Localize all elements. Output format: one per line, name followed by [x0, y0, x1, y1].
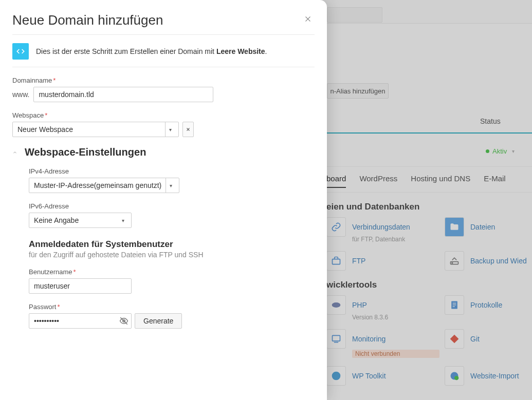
modal-title: Neue Domain hinzufügen — [12, 12, 315, 28]
credentials-heading: Anmeldedaten für Systembenutzer — [29, 239, 315, 250]
required-mark: * — [53, 77, 56, 84]
webspace-label: Webspace* — [12, 111, 315, 119]
webspace-context-button[interactable] — [182, 122, 194, 137]
webspace-select[interactable]: Neuer Webspace ▾ — [12, 122, 179, 137]
ipv6-select[interactable]: Keine Angabe ▾ — [29, 213, 132, 228]
chevron-up-icon — [12, 150, 17, 155]
webspace-settings-body: IPv4-Adresse Muster-IP-Adresse(gemeinsam… — [29, 167, 315, 329]
info-pre: Dies ist der erste Schritt zum Erstellen… — [36, 47, 216, 55]
field-domainname: Domainname* www. — [12, 77, 315, 102]
credentials-desc: für den Zugriff auf gehostete Dateien vi… — [29, 251, 315, 259]
info-text: Dies ist der erste Schritt zum Erstellen… — [36, 47, 267, 55]
ipv6-label: IPv6-Adresse — [29, 202, 315, 210]
ipv4-select[interactable]: Muster-IP-Adresse(gemeinsam genutzt) ▾ — [29, 178, 179, 193]
username-label: Benutzername* — [29, 268, 315, 276]
username-input[interactable] — [29, 278, 132, 294]
field-ipv4: IPv4-Adresse Muster-IP-Adresse(gemeinsam… — [29, 167, 315, 193]
required-mark: * — [57, 303, 60, 311]
ipv4-select-value: Muster-IP-Adresse(gemeinsam genutzt) — [34, 181, 161, 189]
required-mark: * — [45, 111, 47, 119]
password-input[interactable] — [29, 313, 132, 329]
add-domain-modal: Neue Domain hinzufügen Dies ist der erst… — [0, 0, 327, 400]
generate-button[interactable]: Generate — [135, 313, 182, 329]
required-mark: * — [74, 268, 76, 276]
info-post: . — [265, 47, 267, 55]
chevron-down-icon: ▾ — [169, 127, 172, 132]
domain-label: Domainname* — [12, 77, 315, 84]
field-password: Passwort* Generate — [29, 303, 315, 329]
webspace-settings-heading: Webspace-Einstellungen — [25, 146, 146, 158]
field-webspace: Webspace* Neuer Webspace ▾ — [12, 111, 315, 137]
close-icon[interactable] — [303, 14, 313, 24]
domain-input[interactable] — [33, 87, 213, 102]
ipv6-select-value: Keine Angabe — [34, 216, 79, 224]
password-label: Passwort* — [29, 303, 315, 311]
chevron-down-icon: ▾ — [122, 218, 124, 223]
code-icon — [12, 43, 29, 60]
field-username: Benutzername* — [29, 268, 315, 294]
info-bold: Leere Website — [216, 47, 265, 55]
divider — [12, 34, 315, 35]
chevron-down-icon: ▾ — [170, 183, 172, 188]
webspace-select-value: Neuer Webspace — [17, 125, 73, 134]
ipv4-label: IPv4-Adresse — [29, 167, 315, 175]
domain-prefix: www. — [12, 90, 29, 99]
field-ipv6: IPv6-Adresse Keine Angabe ▾ — [29, 202, 315, 228]
eye-off-icon[interactable] — [119, 316, 129, 326]
divider — [12, 67, 315, 67]
webspace-settings-toggle[interactable]: Webspace-Einstellungen — [12, 146, 315, 158]
info-banner: Dies ist der erste Schritt zum Erstellen… — [12, 43, 315, 60]
